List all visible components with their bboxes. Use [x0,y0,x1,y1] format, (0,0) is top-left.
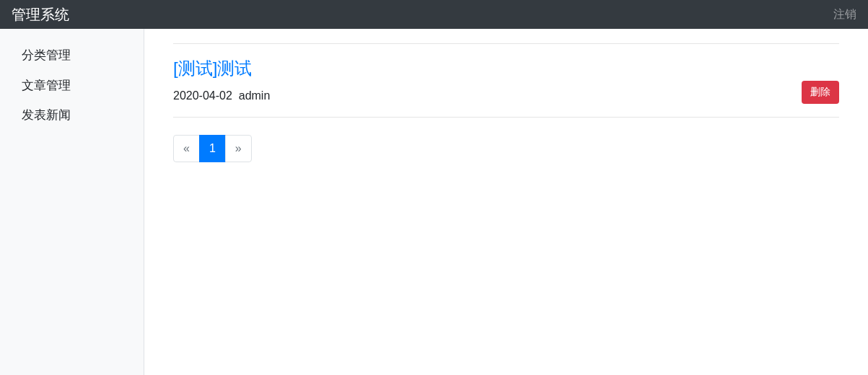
article-author: admin [239,89,271,102]
article-item: [测试]测试 2020-04-02 admin 删除 [173,43,839,118]
delete-button[interactable]: 删除 [802,81,839,104]
layout: 分类管理 文章管理 发表新闻 [测试]测试 2020-04-02 admin 删… [0,29,868,375]
navbar-brand[interactable]: 管理系统 [12,5,69,25]
sidebar: 分类管理 文章管理 发表新闻 [0,29,144,375]
page-number: 1 [200,136,225,162]
article-meta: 2020-04-02 admin [173,89,839,102]
logout-link[interactable]: 注销 [833,7,856,22]
sidebar-item-article[interactable]: 文章管理 [0,71,144,101]
sidebar-item-category[interactable]: 分类管理 [0,40,144,71]
pagination-prev[interactable]: « [173,135,200,162]
chevron-right-icon: » [226,136,251,162]
article-title-link[interactable]: [测试]测试 [173,58,839,79]
article-date: 2020-04-02 [173,89,232,102]
main-content: [测试]测试 2020-04-02 admin 删除 « 1 » [144,29,868,375]
pagination-page-1[interactable]: 1 [199,135,226,162]
pagination: « 1 » [173,135,839,162]
navbar: 管理系统 注销 [0,0,868,29]
pagination-next[interactable]: » [225,135,252,162]
chevron-left-icon: « [174,136,199,162]
sidebar-item-publish[interactable]: 发表新闻 [0,100,144,131]
